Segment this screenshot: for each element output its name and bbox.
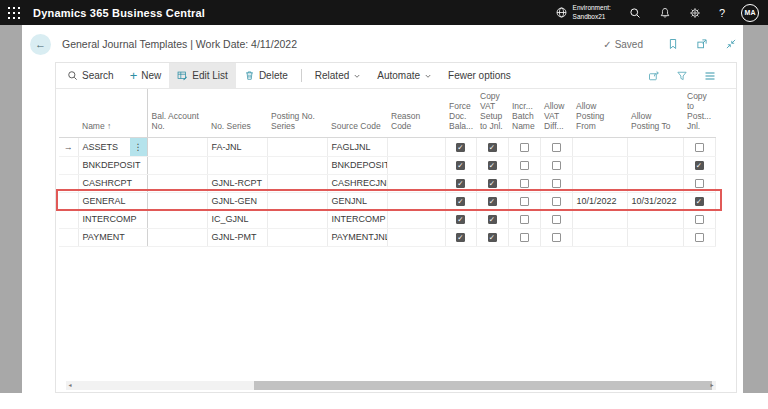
cell-posting_no_series[interactable]	[267, 156, 327, 174]
back-button[interactable]: ←	[30, 34, 51, 55]
list-view-icon[interactable]	[704, 70, 716, 82]
scroll-right-arrow-icon[interactable]: ▸	[708, 381, 716, 390]
checkbox-checked-icon[interactable]: ✓	[456, 215, 465, 224]
checkbox-checked-icon[interactable]: ✓	[488, 143, 497, 152]
cell-bal_account_no[interactable]	[147, 192, 207, 210]
cell-posting_no_series[interactable]	[267, 210, 327, 228]
checkbox-unchecked-icon[interactable]	[695, 233, 704, 242]
col-header-allow_vat_diff[interactable]: Allow VAT Diff...	[540, 89, 572, 137]
collapse-icon[interactable]	[725, 38, 737, 50]
col-header-copy_vat_setup[interactable]: Copy VAT Setup to Jnl.	[476, 89, 508, 137]
col-header-source_code[interactable]: Source Code	[327, 89, 387, 137]
share-icon[interactable]	[648, 70, 660, 82]
cell-reason_code[interactable]	[387, 228, 445, 246]
cell-copy_vat_setup[interactable]: ✓	[476, 137, 508, 156]
checkbox-unchecked-icon[interactable]	[520, 233, 529, 242]
cell-allow_vat_diff[interactable]	[540, 210, 572, 228]
cell-incr_batch_name[interactable]	[508, 192, 540, 210]
environment-badge[interactable]: Environment: Sandbox21	[555, 4, 611, 21]
cell-posting_no_series[interactable]	[267, 174, 327, 192]
col-header-name[interactable]: Name ↑	[78, 89, 147, 137]
cell-name[interactable]: PAYMENT	[78, 228, 147, 246]
cell-force_doc_balance[interactable]: ✓	[445, 137, 476, 156]
cell-allow_posting_to[interactable]	[627, 174, 683, 192]
cell-no_series[interactable]: FA-JNL	[207, 137, 267, 156]
col-header-reason_code[interactable]: Reason Code	[387, 89, 445, 137]
cell-no_series[interactable]	[207, 156, 267, 174]
cell-force_doc_balance[interactable]: ✓	[445, 210, 476, 228]
right-scrollbar-gutter[interactable]	[743, 25, 768, 393]
cell-allow_vat_diff[interactable]	[540, 192, 572, 210]
checkbox-unchecked-icon[interactable]	[552, 161, 561, 170]
col-header-bal_account_no[interactable]: Bal. Account No.	[147, 89, 207, 137]
checkbox-checked-icon[interactable]: ✓	[456, 179, 465, 188]
cell-bal_account_no[interactable]	[147, 228, 207, 246]
checkbox-checked-icon[interactable]: ✓	[456, 233, 465, 242]
cell-force_doc_balance[interactable]: ✓	[445, 174, 476, 192]
settings-gear-icon[interactable]	[689, 7, 701, 19]
cell-copy_vat_setup[interactable]: ✓	[476, 192, 508, 210]
checkbox-unchecked-icon[interactable]	[552, 179, 561, 188]
checkbox-unchecked-icon[interactable]	[520, 143, 529, 152]
cell-incr_batch_name[interactable]	[508, 156, 540, 174]
filter-icon[interactable]	[676, 70, 688, 82]
cell-allow_vat_diff[interactable]	[540, 174, 572, 192]
cell-allow_posting_from[interactable]	[572, 210, 627, 228]
automate-menu[interactable]: Automate	[369, 63, 440, 88]
cell-allow_posting_from[interactable]	[572, 137, 627, 156]
cell-reason_code[interactable]	[387, 192, 445, 210]
cell-copy_to_post_jnl[interactable]	[683, 174, 715, 192]
checkbox-unchecked-icon[interactable]	[520, 215, 529, 224]
avatar[interactable]: MA	[741, 4, 759, 22]
checkbox-checked-icon[interactable]: ✓	[488, 197, 497, 206]
row-context-menu-icon[interactable]: ⋮	[130, 138, 147, 156]
checkbox-unchecked-icon[interactable]	[552, 143, 561, 152]
cell-source_code[interactable]: PAYMENTJNL	[327, 228, 387, 246]
col-header-incr_batch_name[interactable]: Incr... Batch Name	[508, 89, 540, 137]
edit-list-action[interactable]: Edit List	[169, 63, 236, 88]
new-action[interactable]: + New	[122, 63, 170, 88]
checkbox-checked-icon[interactable]: ✓	[695, 197, 704, 206]
cell-posting_no_series[interactable]	[267, 228, 327, 246]
col-header-allow_posting_to[interactable]: Allow Posting To	[627, 89, 683, 137]
checkbox-unchecked-icon[interactable]	[520, 161, 529, 170]
checkbox-unchecked-icon[interactable]	[520, 179, 529, 188]
cell-bal_account_no[interactable]	[147, 137, 207, 156]
cell-reason_code[interactable]	[387, 156, 445, 174]
app-title[interactable]: Dynamics 365 Business Central	[33, 7, 205, 19]
cell-name[interactable]: ASSETS⋮	[78, 137, 147, 156]
cell-reason_code[interactable]	[387, 174, 445, 192]
cell-bal_account_no[interactable]	[147, 174, 207, 192]
checkbox-unchecked-icon[interactable]	[520, 197, 529, 206]
cell-bal_account_no[interactable]	[147, 156, 207, 174]
cell-source_code[interactable]: BNKDEPOSIT	[327, 156, 387, 174]
horizontal-scrollbar[interactable]: ◂ ▸	[66, 381, 716, 390]
cell-force_doc_balance[interactable]: ✓	[445, 192, 476, 210]
related-menu[interactable]: Related	[307, 63, 369, 88]
checkbox-checked-icon[interactable]: ✓	[488, 233, 497, 242]
cell-allow_posting_to[interactable]	[627, 137, 683, 156]
cell-allow_posting_from[interactable]	[572, 228, 627, 246]
cell-source_code[interactable]: FAGLJNL	[327, 137, 387, 156]
cell-name[interactable]: GENERAL	[78, 192, 147, 210]
cell-force_doc_balance[interactable]: ✓	[445, 156, 476, 174]
cell-no_series[interactable]: GJNL-RCPT	[207, 174, 267, 192]
col-header-posting_no_series[interactable]: Posting No. Series	[267, 89, 327, 137]
cell-no_series[interactable]: IC_GJNL	[207, 210, 267, 228]
checkbox-unchecked-icon[interactable]	[695, 179, 704, 188]
cell-posting_no_series[interactable]	[267, 192, 327, 210]
cell-no_series[interactable]: GJNL-PMT	[207, 228, 267, 246]
cell-copy_vat_setup[interactable]: ✓	[476, 228, 508, 246]
cell-incr_batch_name[interactable]	[508, 137, 540, 156]
cell-incr_batch_name[interactable]	[508, 210, 540, 228]
open-in-new-window-icon[interactable]	[696, 38, 708, 50]
cell-copy_vat_setup[interactable]: ✓	[476, 210, 508, 228]
checkbox-unchecked-icon[interactable]	[552, 197, 561, 206]
cell-incr_batch_name[interactable]	[508, 228, 540, 246]
checkbox-checked-icon[interactable]: ✓	[456, 197, 465, 206]
checkbox-checked-icon[interactable]: ✓	[695, 161, 704, 170]
cell-allow_posting_to[interactable]	[627, 210, 683, 228]
cell-copy_to_post_jnl[interactable]: ✓	[683, 192, 715, 210]
col-header-no_series[interactable]: No. Series	[207, 89, 267, 137]
cell-source_code[interactable]: INTERCOMP	[327, 210, 387, 228]
